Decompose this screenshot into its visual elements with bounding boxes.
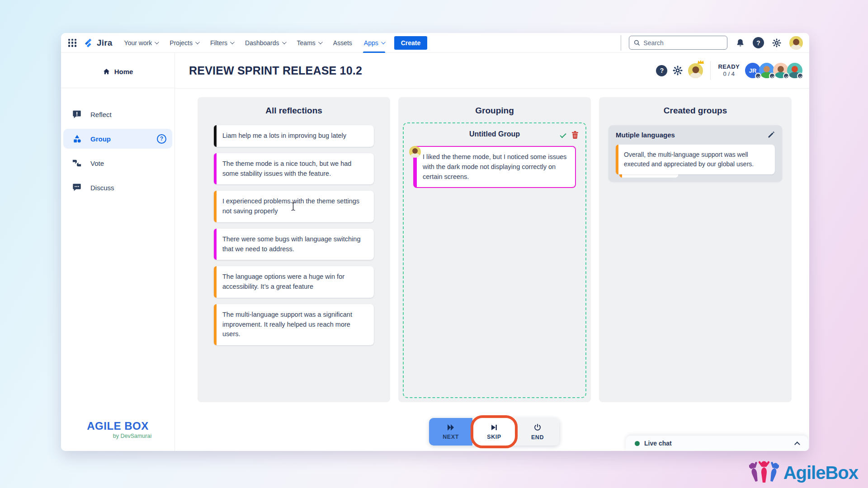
agilebox-wordmark: AgileBox	[783, 463, 858, 483]
agilebox-watermark: AgileBox	[749, 460, 858, 485]
live-chat-bar[interactable]: Live chat	[626, 436, 808, 451]
double-chevron-right-icon	[446, 424, 455, 431]
sidebar-menu: Reflect Group ?	[61, 104, 175, 197]
chevron-up-icon	[794, 441, 800, 447]
nav-menu: Your work Projects Filters Dashboards Te…	[124, 33, 384, 53]
chevron-down-icon	[282, 40, 287, 44]
reflect-icon	[71, 109, 82, 119]
reflection-card[interactable]: The multi-language support was a signifi…	[214, 304, 374, 345]
edit-pencil-icon[interactable]	[767, 131, 775, 139]
help-icon[interactable]: ?	[753, 37, 764, 48]
create-button[interactable]: Create	[394, 36, 428, 50]
app-window: Jira Your work Projects Filters Dashboar…	[61, 33, 809, 451]
reflection-card[interactable]: The theme mode is a nice touch, but we h…	[214, 153, 374, 185]
group-member-card[interactable]: Overall, the multi-language support was …	[616, 145, 775, 174]
sidebar-item-reflect[interactable]: Reflect	[63, 104, 172, 124]
sidebar-item-group[interactable]: Group ?	[63, 129, 172, 149]
group-title[interactable]: Untitled Group	[469, 130, 520, 138]
reflection-card[interactable]: Liam help me a lots in improving bug lat…	[214, 125, 374, 147]
discuss-icon	[71, 183, 82, 192]
next-button[interactable]: NEXT	[429, 418, 472, 446]
avatar-participant-2[interactable]	[759, 63, 774, 78]
card-author-avatar	[409, 146, 421, 158]
nav-item-projects[interactable]: Projects	[170, 33, 198, 53]
nav-item-apps[interactable]: Apps	[364, 33, 384, 53]
online-status-dot	[635, 441, 640, 446]
main-content: REVIEW SPRINT RELEASE 10.2 ?	[175, 53, 809, 451]
avatar-participant-3[interactable]	[773, 63, 788, 78]
agilebox-sidebar-logo: AGILE BOX by DevSamurai	[61, 420, 175, 439]
reflection-card[interactable]: I experienced problems with the theme se…	[214, 191, 374, 222]
nav-item-assets[interactable]: Assets	[333, 33, 352, 53]
app-switcher-icon[interactable]	[68, 39, 76, 47]
page-title: REVIEW SPRINT RELEASE 10.2	[189, 64, 362, 77]
sidebar-item-home[interactable]: Home	[61, 68, 175, 75]
column-all-reflections: All reflections Liam help me a lots in i…	[198, 97, 390, 402]
nav-right: ?	[621, 35, 803, 51]
participant-avatars: JR	[746, 63, 802, 78]
main-header: REVIEW SPRINT RELEASE 10.2 ?	[175, 53, 809, 89]
home-icon	[103, 68, 110, 75]
grouped-reflection-card[interactable]: I liked the theme mode, but I noticed so…	[413, 146, 576, 188]
nav-item-teams[interactable]: Teams	[297, 33, 321, 53]
jira-wordmark: Jira	[97, 38, 113, 48]
search-input[interactable]	[643, 39, 722, 47]
board-columns: All reflections Liam help me a lots in i…	[198, 97, 792, 402]
skip-button[interactable]: SKIP	[472, 418, 516, 446]
jira-mark-icon	[84, 38, 94, 48]
nav-item-your-work[interactable]: Your work	[124, 33, 158, 53]
column-created-groups: Created groups Mutiple languages Overall…	[599, 97, 792, 402]
facilitator-avatar[interactable]	[688, 63, 703, 78]
chevron-down-icon	[381, 40, 386, 44]
group-drop-zone[interactable]: Untitled Group	[403, 122, 586, 398]
chevron-down-icon	[155, 40, 159, 44]
gear-icon[interactable]	[771, 37, 783, 49]
chevron-down-icon	[195, 40, 200, 44]
confirm-group-check-icon[interactable]	[560, 131, 566, 138]
group-help-icon[interactable]: ?	[157, 134, 166, 144]
board-settings-gear-icon[interactable]	[672, 65, 683, 76]
ready-status: READY 0 / 4	[718, 63, 740, 78]
nav-item-filters[interactable]: Filters	[210, 33, 233, 53]
avatar-head	[793, 39, 799, 45]
reflection-card[interactable]: There were some bugs with language switc…	[214, 229, 374, 260]
chevron-down-icon	[230, 40, 235, 44]
nav-divider	[621, 35, 621, 51]
top-nav: Jira Your work Projects Filters Dashboar…	[61, 33, 809, 53]
avatar-jr[interactable]: JR	[745, 63, 760, 78]
crown-icon	[697, 59, 704, 65]
avatar-participant-4[interactable]	[787, 63, 802, 78]
sidebar-divider	[61, 88, 175, 88]
delete-group-trash-icon[interactable]	[571, 131, 579, 139]
vote-icon	[71, 158, 82, 168]
created-group-card[interactable]: Mutiple languages Overall, the multi-lan…	[609, 125, 782, 182]
reflection-card-list: Liam help me a lots in improving bug lat…	[214, 125, 374, 345]
sidebar-item-vote[interactable]: Vote	[63, 153, 172, 173]
skip-button-wrap: SKIP	[472, 418, 516, 446]
sidebar: Home Reflect	[61, 53, 175, 451]
sidebar-item-discuss[interactable]: Discuss	[63, 178, 172, 197]
ready-check-badge	[769, 73, 775, 79]
search-icon	[634, 39, 640, 46]
agilebox-people-icon	[749, 460, 779, 485]
created-group-title: Mutiple languages	[616, 131, 675, 139]
bell-icon[interactable]	[734, 37, 746, 49]
group-title-row: Untitled Group	[404, 130, 585, 138]
nav-item-dashboards[interactable]: Dashboards	[245, 33, 285, 53]
search-box[interactable]	[629, 36, 727, 50]
header-actions: ?	[656, 61, 802, 80]
ready-check-badge	[783, 73, 789, 79]
column-grouping: Grouping Untitled Group	[398, 97, 591, 402]
jira-logo[interactable]: Jira	[84, 38, 113, 48]
end-button[interactable]: END	[516, 418, 559, 446]
skip-icon	[490, 424, 498, 431]
power-icon	[533, 423, 542, 432]
ready-check-badge	[755, 73, 761, 79]
reflection-card[interactable]: The language options were a huge win for…	[214, 266, 374, 298]
profile-avatar[interactable]	[789, 36, 803, 50]
stage-controls: NEXT SKIP	[429, 418, 559, 446]
live-chat-label: Live chat	[644, 440, 672, 447]
board-help-icon[interactable]: ?	[656, 65, 667, 76]
ready-count: 0 / 4	[718, 70, 740, 78]
ready-check-badge	[797, 73, 803, 79]
